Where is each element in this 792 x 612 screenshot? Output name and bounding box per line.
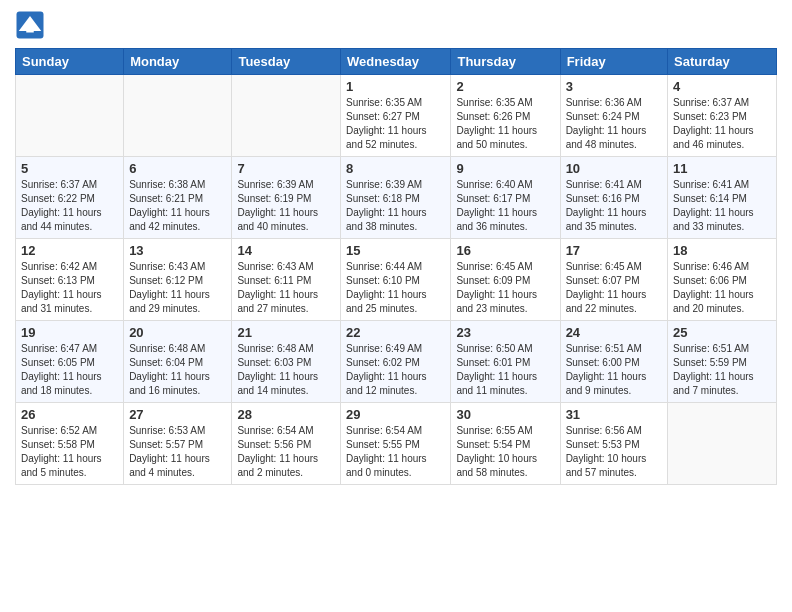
day-number: 30 — [456, 407, 554, 422]
day-number: 2 — [456, 79, 554, 94]
day-info: Sunrise: 6:51 AMSunset: 6:00 PMDaylight:… — [566, 342, 662, 398]
calendar-cell: 8Sunrise: 6:39 AMSunset: 6:18 PMDaylight… — [341, 157, 451, 239]
calendar-cell: 30Sunrise: 6:55 AMSunset: 5:54 PMDayligh… — [451, 403, 560, 485]
calendar-cell: 5Sunrise: 6:37 AMSunset: 6:22 PMDaylight… — [16, 157, 124, 239]
day-number: 23 — [456, 325, 554, 340]
calendar-cell: 3Sunrise: 6:36 AMSunset: 6:24 PMDaylight… — [560, 75, 667, 157]
calendar-cell — [124, 75, 232, 157]
day-number: 13 — [129, 243, 226, 258]
day-info: Sunrise: 6:43 AMSunset: 6:12 PMDaylight:… — [129, 260, 226, 316]
logo-icon — [15, 10, 45, 40]
day-number: 16 — [456, 243, 554, 258]
day-info: Sunrise: 6:47 AMSunset: 6:05 PMDaylight:… — [21, 342, 118, 398]
calendar-cell: 23Sunrise: 6:50 AMSunset: 6:01 PMDayligh… — [451, 321, 560, 403]
calendar-cell: 13Sunrise: 6:43 AMSunset: 6:12 PMDayligh… — [124, 239, 232, 321]
day-number: 5 — [21, 161, 118, 176]
day-number: 14 — [237, 243, 335, 258]
calendar-cell: 4Sunrise: 6:37 AMSunset: 6:23 PMDaylight… — [668, 75, 777, 157]
day-info: Sunrise: 6:41 AMSunset: 6:16 PMDaylight:… — [566, 178, 662, 234]
calendar-cell: 11Sunrise: 6:41 AMSunset: 6:14 PMDayligh… — [668, 157, 777, 239]
calendar-week-row: 1Sunrise: 6:35 AMSunset: 6:27 PMDaylight… — [16, 75, 777, 157]
page-header — [15, 10, 777, 40]
calendar-cell: 25Sunrise: 6:51 AMSunset: 5:59 PMDayligh… — [668, 321, 777, 403]
calendar-cell: 2Sunrise: 6:35 AMSunset: 6:26 PMDaylight… — [451, 75, 560, 157]
calendar-cell: 7Sunrise: 6:39 AMSunset: 6:19 PMDaylight… — [232, 157, 341, 239]
calendar-cell: 26Sunrise: 6:52 AMSunset: 5:58 PMDayligh… — [16, 403, 124, 485]
day-number: 18 — [673, 243, 771, 258]
day-number: 27 — [129, 407, 226, 422]
calendar-cell: 31Sunrise: 6:56 AMSunset: 5:53 PMDayligh… — [560, 403, 667, 485]
day-info: Sunrise: 6:42 AMSunset: 6:13 PMDaylight:… — [21, 260, 118, 316]
weekday-header: Sunday — [16, 49, 124, 75]
day-number: 9 — [456, 161, 554, 176]
day-number: 19 — [21, 325, 118, 340]
calendar-cell: 6Sunrise: 6:38 AMSunset: 6:21 PMDaylight… — [124, 157, 232, 239]
day-info: Sunrise: 6:35 AMSunset: 6:27 PMDaylight:… — [346, 96, 445, 152]
weekday-header: Wednesday — [341, 49, 451, 75]
day-info: Sunrise: 6:45 AMSunset: 6:09 PMDaylight:… — [456, 260, 554, 316]
calendar-cell — [16, 75, 124, 157]
calendar-week-row: 26Sunrise: 6:52 AMSunset: 5:58 PMDayligh… — [16, 403, 777, 485]
day-number: 10 — [566, 161, 662, 176]
day-info: Sunrise: 6:37 AMSunset: 6:22 PMDaylight:… — [21, 178, 118, 234]
weekday-header: Saturday — [668, 49, 777, 75]
day-info: Sunrise: 6:52 AMSunset: 5:58 PMDaylight:… — [21, 424, 118, 480]
day-number: 3 — [566, 79, 662, 94]
day-info: Sunrise: 6:49 AMSunset: 6:02 PMDaylight:… — [346, 342, 445, 398]
day-info: Sunrise: 6:39 AMSunset: 6:18 PMDaylight:… — [346, 178, 445, 234]
day-info: Sunrise: 6:35 AMSunset: 6:26 PMDaylight:… — [456, 96, 554, 152]
day-info: Sunrise: 6:54 AMSunset: 5:56 PMDaylight:… — [237, 424, 335, 480]
calendar-cell: 15Sunrise: 6:44 AMSunset: 6:10 PMDayligh… — [341, 239, 451, 321]
day-info: Sunrise: 6:36 AMSunset: 6:24 PMDaylight:… — [566, 96, 662, 152]
day-number: 24 — [566, 325, 662, 340]
day-number: 17 — [566, 243, 662, 258]
calendar-cell: 29Sunrise: 6:54 AMSunset: 5:55 PMDayligh… — [341, 403, 451, 485]
calendar-cell: 28Sunrise: 6:54 AMSunset: 5:56 PMDayligh… — [232, 403, 341, 485]
day-info: Sunrise: 6:40 AMSunset: 6:17 PMDaylight:… — [456, 178, 554, 234]
day-number: 1 — [346, 79, 445, 94]
calendar-week-row: 12Sunrise: 6:42 AMSunset: 6:13 PMDayligh… — [16, 239, 777, 321]
weekday-header: Monday — [124, 49, 232, 75]
calendar-cell: 9Sunrise: 6:40 AMSunset: 6:17 PMDaylight… — [451, 157, 560, 239]
day-number: 12 — [21, 243, 118, 258]
day-number: 25 — [673, 325, 771, 340]
calendar-cell: 17Sunrise: 6:45 AMSunset: 6:07 PMDayligh… — [560, 239, 667, 321]
calendar-cell: 1Sunrise: 6:35 AMSunset: 6:27 PMDaylight… — [341, 75, 451, 157]
day-number: 11 — [673, 161, 771, 176]
calendar-cell: 10Sunrise: 6:41 AMSunset: 6:16 PMDayligh… — [560, 157, 667, 239]
day-info: Sunrise: 6:48 AMSunset: 6:03 PMDaylight:… — [237, 342, 335, 398]
calendar-cell: 24Sunrise: 6:51 AMSunset: 6:00 PMDayligh… — [560, 321, 667, 403]
calendar-cell: 21Sunrise: 6:48 AMSunset: 6:03 PMDayligh… — [232, 321, 341, 403]
calendar-cell: 19Sunrise: 6:47 AMSunset: 6:05 PMDayligh… — [16, 321, 124, 403]
calendar-table: SundayMondayTuesdayWednesdayThursdayFrid… — [15, 48, 777, 485]
day-number: 6 — [129, 161, 226, 176]
day-number: 15 — [346, 243, 445, 258]
weekday-header-row: SundayMondayTuesdayWednesdayThursdayFrid… — [16, 49, 777, 75]
day-info: Sunrise: 6:44 AMSunset: 6:10 PMDaylight:… — [346, 260, 445, 316]
calendar-week-row: 5Sunrise: 6:37 AMSunset: 6:22 PMDaylight… — [16, 157, 777, 239]
svg-rect-2 — [26, 25, 34, 33]
calendar-cell — [668, 403, 777, 485]
day-info: Sunrise: 6:53 AMSunset: 5:57 PMDaylight:… — [129, 424, 226, 480]
day-number: 31 — [566, 407, 662, 422]
day-number: 20 — [129, 325, 226, 340]
weekday-header: Tuesday — [232, 49, 341, 75]
calendar-cell: 22Sunrise: 6:49 AMSunset: 6:02 PMDayligh… — [341, 321, 451, 403]
day-number: 28 — [237, 407, 335, 422]
day-info: Sunrise: 6:39 AMSunset: 6:19 PMDaylight:… — [237, 178, 335, 234]
day-number: 26 — [21, 407, 118, 422]
day-number: 4 — [673, 79, 771, 94]
calendar-cell: 16Sunrise: 6:45 AMSunset: 6:09 PMDayligh… — [451, 239, 560, 321]
calendar-cell — [232, 75, 341, 157]
day-info: Sunrise: 6:45 AMSunset: 6:07 PMDaylight:… — [566, 260, 662, 316]
day-number: 22 — [346, 325, 445, 340]
weekday-header: Friday — [560, 49, 667, 75]
day-info: Sunrise: 6:55 AMSunset: 5:54 PMDaylight:… — [456, 424, 554, 480]
day-number: 21 — [237, 325, 335, 340]
calendar-cell: 27Sunrise: 6:53 AMSunset: 5:57 PMDayligh… — [124, 403, 232, 485]
day-number: 29 — [346, 407, 445, 422]
day-info: Sunrise: 6:50 AMSunset: 6:01 PMDaylight:… — [456, 342, 554, 398]
day-number: 8 — [346, 161, 445, 176]
logo — [15, 10, 47, 40]
day-info: Sunrise: 6:56 AMSunset: 5:53 PMDaylight:… — [566, 424, 662, 480]
